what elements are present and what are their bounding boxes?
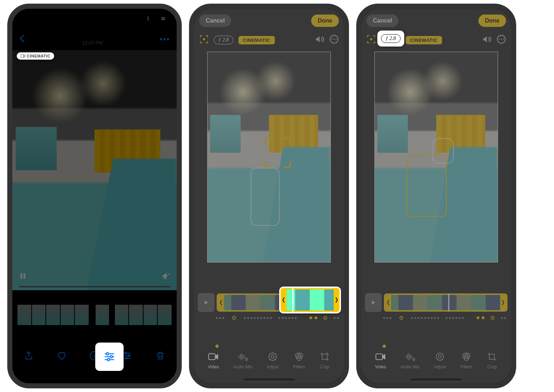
trim-frame[interactable]: [384, 293, 507, 312]
crop-icon: [486, 351, 497, 362]
mode-pill[interactable]: CINEMATIC: [406, 36, 442, 44]
tab-video[interactable]: Video: [208, 351, 219, 369]
screenshot-viewer: 12:28 32 Today 12:07 PM •••: [7, 4, 182, 388]
battery-level: 32: [160, 16, 166, 21]
svg-point-8: [128, 355, 130, 357]
sound-button[interactable]: [315, 35, 324, 45]
more-options-button[interactable]: [329, 35, 339, 45]
tab-crop[interactable]: Crop: [319, 351, 330, 369]
editor-tabs: Video Audio Mix Adjust Filters Crop: [194, 351, 344, 369]
more-button[interactable]: •••: [160, 35, 170, 44]
focus-rect-secondary[interactable]: [250, 168, 280, 226]
audio-icon: [237, 351, 248, 362]
svg-rect-2: [146, 17, 147, 21]
focus-tracking-icon[interactable]: [366, 35, 376, 45]
svg-point-16: [332, 39, 333, 40]
highlight-edit-button: [95, 343, 124, 371]
subtitle-text: 12:07 PM: [83, 40, 103, 45]
tab-video-label: Video: [208, 364, 219, 369]
svg-point-14: [203, 38, 205, 40]
highlight-fstop: ƒ 2.8: [377, 31, 404, 47]
tab-adjust-label: Adjust: [267, 364, 279, 369]
tab-video[interactable]: Video: [375, 351, 386, 369]
svg-point-21: [212, 353, 212, 353]
svg-point-13: [107, 359, 109, 361]
mute-button[interactable]: [162, 272, 170, 281]
svg-point-9: [126, 357, 128, 359]
tab-adjust-label: Adjust: [434, 364, 446, 369]
filters-icon: [461, 351, 472, 362]
active-tab-indicator: [215, 344, 219, 348]
cinematic-badge-text: CINEMATIC: [27, 54, 51, 58]
wifi-icon: [151, 16, 157, 21]
trim-handle-left[interactable]: [218, 295, 224, 310]
favorite-button[interactable]: [55, 348, 69, 363]
focus-rect-primary[interactable]: [265, 138, 290, 167]
tab-audiomix[interactable]: Audio Mix: [233, 351, 253, 369]
tab-adjust[interactable]: Adjust: [434, 351, 446, 369]
tab-crop[interactable]: Crop: [486, 351, 497, 369]
screenshot-editor-timeline: Cancel Done ƒ 2.8 CINEMATIC: [189, 4, 349, 388]
active-tab-indicator: [382, 344, 386, 348]
home-indicator: [411, 379, 462, 380]
cancel-button[interactable]: Cancel: [199, 15, 231, 27]
trim-handle-left[interactable]: [385, 295, 391, 310]
fstop-value-highlight: ƒ 2.8: [386, 36, 396, 41]
scrubber[interactable]: [19, 286, 170, 287]
play-button[interactable]: [198, 293, 214, 312]
svg-point-31: [501, 39, 502, 40]
done-button[interactable]: Done: [311, 15, 339, 27]
adjust-icon: [434, 351, 445, 362]
svg-rect-4: [21, 273, 23, 279]
fstop-value: ƒ 2.8: [218, 37, 229, 43]
svg-point-12: [110, 356, 112, 358]
trim-handle-right[interactable]: [500, 295, 506, 310]
title-text: Today: [83, 33, 103, 40]
tab-filters[interactable]: Filters: [293, 351, 305, 369]
svg-point-28: [370, 38, 372, 40]
svg-point-20: [210, 353, 210, 353]
tab-filters-label: Filters: [293, 364, 305, 369]
playhead[interactable]: [448, 293, 449, 312]
status-time: 12:28: [27, 15, 43, 22]
bottom-toolbar: [12, 341, 177, 370]
svg-rect-10: [20, 55, 24, 57]
preview-frame[interactable]: [374, 52, 498, 263]
pause-button[interactable]: [19, 272, 27, 281]
edit-sliders-icon: [103, 351, 116, 363]
editor-top-bar: Cancel Done: [194, 12, 344, 29]
playback-controls: [19, 272, 170, 281]
fstop-button[interactable]: ƒ 2.8: [214, 36, 233, 44]
svg-point-7: [125, 352, 127, 354]
editor-tools-row: ƒ 2.8 CINEMATIC: [194, 32, 344, 48]
cinematic-badge: CINEMATIC: [17, 52, 54, 60]
mode-pill[interactable]: CINEMATIC: [238, 36, 275, 44]
video-icon: [208, 351, 219, 362]
svg-point-18: [336, 39, 337, 40]
svg-point-32: [503, 39, 504, 40]
cancel-button[interactable]: Cancel: [366, 15, 398, 27]
svg-point-30: [499, 39, 500, 40]
svg-point-11: [106, 353, 108, 355]
tab-filters[interactable]: Filters: [460, 351, 472, 369]
preview-media[interactable]: [12, 50, 177, 290]
preview-frame[interactable]: [207, 52, 331, 263]
timeline-strip[interactable]: [384, 293, 507, 312]
svg-point-17: [334, 39, 335, 40]
thumbnail-strip[interactable]: [17, 305, 172, 325]
svg-rect-5: [24, 273, 25, 279]
tab-audiomix-label: Audio Mix: [401, 364, 420, 369]
share-button[interactable]: [21, 348, 36, 363]
tab-audiomix[interactable]: Audio Mix: [401, 351, 420, 369]
svg-rect-19: [209, 354, 215, 360]
done-button[interactable]: Done: [478, 15, 506, 27]
timeline: [365, 293, 507, 312]
sound-button[interactable]: [482, 35, 491, 45]
focus-tracking-icon[interactable]: [199, 35, 209, 45]
tab-adjust[interactable]: Adjust: [267, 351, 279, 369]
focus-rect-main[interactable]: [407, 155, 447, 217]
delete-button[interactable]: [153, 348, 168, 363]
play-button[interactable]: [365, 293, 382, 312]
back-button[interactable]: [19, 34, 25, 44]
more-options-button[interactable]: [497, 35, 506, 45]
